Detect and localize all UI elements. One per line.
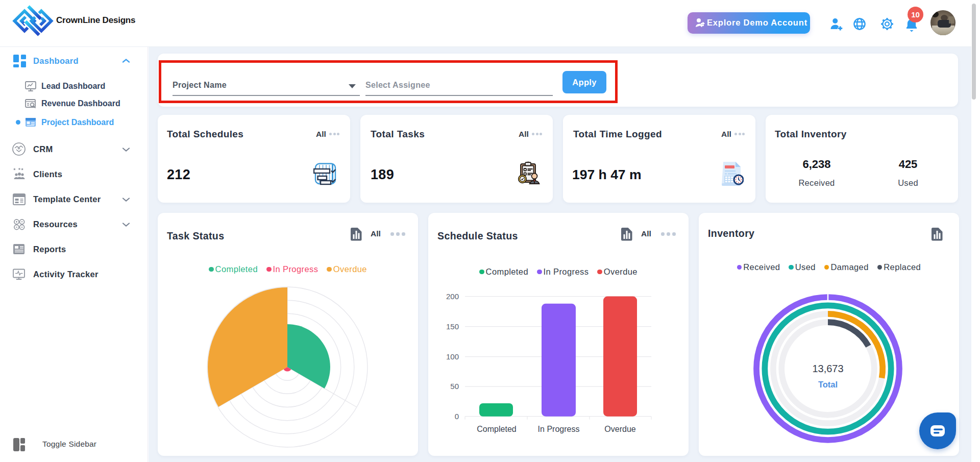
svg-text:100: 100 bbox=[446, 352, 459, 361]
svg-text:Overdue: Overdue bbox=[604, 425, 635, 433]
svg-text:Total: Total bbox=[818, 380, 838, 389]
svg-text:Completed: Completed bbox=[477, 425, 516, 433]
svg-text:0: 0 bbox=[455, 412, 459, 421]
svg-text:50: 50 bbox=[450, 382, 459, 391]
svg-text:13,673: 13,673 bbox=[812, 363, 843, 374]
svg-text:In Progress: In Progress bbox=[538, 425, 580, 433]
svg-text:150: 150 bbox=[446, 322, 459, 331]
svg-text:200: 200 bbox=[446, 292, 459, 301]
